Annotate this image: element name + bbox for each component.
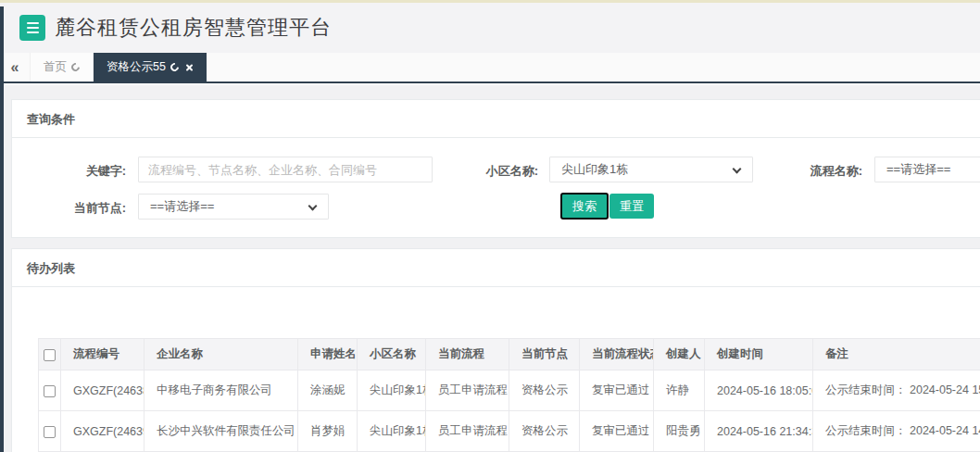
- column-header: 当前流程状态: [580, 339, 654, 370]
- tab-home[interactable]: 首页: [30, 53, 94, 82]
- hamburger-icon: [27, 22, 39, 33]
- column-header: 当前流程: [426, 339, 509, 370]
- table-cell: 许静: [654, 370, 705, 411]
- table-row: GXGZF(24639)长沙中兴软件有限责任公司肖梦娟尖山印象1栋员工申请流程资…: [39, 411, 980, 452]
- table-cell: 涂涵妮: [298, 370, 358, 411]
- app-header: 麓谷租赁公租房智慧管理平台: [0, 3, 980, 53]
- current-node-select[interactable]: ==请选择==: [138, 194, 329, 220]
- reset-button[interactable]: 重置: [609, 194, 654, 219]
- row-checkbox[interactable]: [44, 385, 56, 397]
- community-select[interactable]: 尖山印象1栋: [549, 157, 753, 182]
- tab-home-label: 首页: [44, 59, 67, 75]
- select-all-checkbox[interactable]: [44, 349, 56, 361]
- sidebar-collapsed-edge: [0, 6, 4, 452]
- table-cell: GXGZF(24638): [61, 370, 144, 411]
- table-cell: 阳贵勇: [654, 411, 705, 452]
- chevron-down-icon: [308, 202, 318, 211]
- column-header: 流程编号: [61, 339, 144, 370]
- community-select-value: 尖山印象1栋: [561, 161, 628, 178]
- table-cell: 长沙中兴软件有限责任公司: [144, 411, 298, 452]
- table-cell: 公示结束时间： 2024-05-24 14:10:45: [813, 411, 980, 452]
- table-cell: 资格公示: [509, 411, 580, 452]
- todo-panel: 待办列表 流程编号企业名称申请姓名小区名称当前流程当前节点当前流程状态创建人创建…: [11, 248, 980, 452]
- tab-bar: 首页 资格公示55: [0, 53, 980, 83]
- refresh-icon[interactable]: [69, 61, 82, 73]
- search-button[interactable]: 搜索: [560, 193, 609, 220]
- column-header: 小区名称: [358, 339, 426, 370]
- tab-qualification-label: 资格公示55: [107, 59, 166, 75]
- process-name-select-value: ==请选择==: [886, 161, 950, 178]
- current-node-select-value: ==请选择==: [150, 198, 214, 215]
- column-header: 企业名称: [144, 339, 298, 370]
- table-row: GXGZF(24638)中移电子商务有限公司涂涵妮尖山印象1栋员工申请流程资格公…: [39, 370, 980, 411]
- keyword-input[interactable]: [138, 157, 433, 182]
- close-icon[interactable]: [185, 63, 194, 71]
- table-cell: GXGZF(24639): [61, 411, 144, 452]
- tab-qualification-publicity[interactable]: 资格公示55: [94, 53, 207, 82]
- query-panel: 查询条件 关键字: 小区名称: 尖山印象1栋 流程名称: ==请选择== 当前节…: [11, 99, 980, 238]
- app-title: 麓谷租赁公租房智慧管理平台: [55, 14, 332, 42]
- top-accent-strip: [0, 0, 980, 3]
- todo-panel-title: 待办列表: [12, 249, 980, 287]
- community-label: 小区名称:: [424, 163, 538, 180]
- chevron-down-icon: [733, 165, 742, 174]
- table-cell: 资格公示: [509, 370, 580, 411]
- process-name-label: 流程名称:: [748, 163, 862, 180]
- column-header: 创建人: [654, 339, 705, 370]
- table-cell: 尖山印象1栋: [358, 411, 426, 452]
- column-header: 备注: [813, 339, 980, 370]
- table-cell: 2024-05-16 18:05:08: [705, 370, 813, 411]
- todo-table: 流程编号企业名称申请姓名小区名称当前流程当前节点当前流程状态创建人创建时间备注G…: [38, 338, 980, 452]
- keyword-label: 关键字:: [12, 163, 126, 180]
- table-cell: 尖山印象1栋: [358, 370, 426, 411]
- column-header: 当前节点: [509, 339, 580, 370]
- process-name-select[interactable]: ==请选择==: [874, 157, 980, 182]
- content-area: 查询条件 关键字: 小区名称: 尖山印象1栋 流程名称: ==请选择== 当前节…: [0, 85, 980, 452]
- column-header: 创建时间: [705, 339, 813, 370]
- table-cell: 员工申请流程: [426, 411, 509, 452]
- column-header: 申请姓名: [298, 339, 358, 370]
- table-cell: 公示结束时间： 2024-05-24 15:38:56: [813, 370, 980, 411]
- table-cell: 2024-05-16 21:34:35: [705, 411, 813, 452]
- table-cell: 复审已通过: [580, 370, 654, 411]
- table-cell: 员工申请流程: [426, 370, 509, 411]
- table-header-row: 流程编号企业名称申请姓名小区名称当前流程当前节点当前流程状态创建人创建时间备注: [39, 339, 980, 370]
- table-cell: 中移电子商务有限公司: [144, 370, 298, 411]
- current-node-label: 当前节点:: [12, 200, 126, 217]
- double-chevron-left-icon[interactable]: [0, 53, 30, 82]
- table-cell: 复审已通过: [580, 411, 654, 452]
- query-form: 关键字: 小区名称: 尖山印象1栋 流程名称: ==请选择== 当前节点: ==…: [12, 138, 980, 238]
- query-panel-title: 查询条件: [12, 100, 980, 138]
- refresh-icon[interactable]: [169, 61, 181, 73]
- table-cell: 肖梦娟: [298, 411, 358, 452]
- todo-table-wrap: 流程编号企业名称申请姓名小区名称当前流程当前节点当前流程状态创建人创建时间备注G…: [38, 338, 980, 452]
- row-checkbox[interactable]: [44, 426, 56, 438]
- menu-toggle-button[interactable]: [19, 15, 45, 41]
